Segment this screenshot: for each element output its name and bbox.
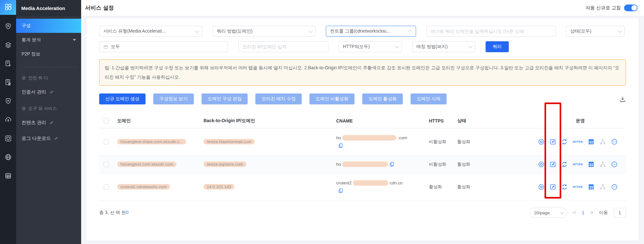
next-page-button[interactable]: > — [590, 210, 593, 216]
download-list-button[interactable] — [619, 96, 626, 102]
select-all-checkbox[interactable] — [104, 118, 109, 123]
row-more-button[interactable] — [611, 184, 618, 190]
prev-page-button[interactable]: < — [573, 210, 576, 216]
edit-domain-config-button[interactable]: 도메인 구성 편집 — [202, 93, 248, 104]
control-group-select[interactable]: 컨트롤 그룹(cdnetworksclou... — [326, 26, 416, 37]
auto-refresh-label: 자동 신규로 고침 — [585, 5, 621, 11]
row-edit-button[interactable] — [550, 184, 556, 190]
rail-item-cloud-upload[interactable] — [0, 113, 16, 128]
row-https-button[interactable]: HTTPS — [573, 185, 583, 189]
row-sync-button[interactable] — [561, 139, 568, 145]
rail-item-security[interactable] — [0, 19, 16, 34]
goto-page-input[interactable] — [614, 208, 626, 218]
sidebar-item-certificate-management[interactable]: 인증서 관리 — [16, 84, 81, 100]
page-size-select[interactable]: 20/page — [529, 208, 567, 218]
row-edit-button[interactable] — [550, 139, 556, 145]
date-range-select[interactable]: 모두 — [99, 41, 228, 52]
origin-ip-input[interactable] — [238, 41, 328, 52]
enable-domain-button[interactable]: 도메인 활성화 — [362, 93, 403, 104]
rail-item-log-export[interactable] — [0, 57, 16, 72]
row-config-grid-button[interactable] — [588, 161, 594, 168]
row-https-button[interactable]: HTTPS — [573, 163, 583, 166]
col-domain: 도메인 — [117, 118, 204, 124]
current-page[interactable]: 1 — [582, 210, 584, 215]
chevron-down-icon — [560, 210, 564, 214]
query-button[interactable]: 쿼리 — [486, 41, 509, 52]
create-domain-button[interactable]: 신규 도메인 생성 — [99, 93, 146, 104]
chevron-down-icon — [73, 39, 76, 41]
auto-refresh-toggle[interactable] — [624, 5, 638, 11]
origin-cell-redacted: resize.eqistore.com — [204, 161, 246, 167]
toggle-knob — [631, 5, 637, 11]
sidebar-item-label: 컨텐츠 관리 — [22, 120, 46, 126]
chevron-down-icon — [395, 44, 399, 48]
rail-item-media-acceleration[interactable] — [0, 0, 16, 15]
row-more-button[interactable] — [611, 161, 618, 168]
cname-cell: ho — [336, 161, 429, 167]
copy-cname-button[interactable] — [338, 143, 344, 148]
select-value: 쿼리 방법(도메인) — [217, 28, 252, 34]
sidebar-section-security: 안전 하 다 — [16, 72, 81, 84]
chevron-down-icon — [195, 29, 199, 33]
sidebar-item-configuration[interactable]: 구성 — [16, 19, 81, 33]
chevron-down-icon — [468, 44, 472, 48]
view-config-button[interactable]: 구성정보 보기 — [153, 93, 194, 104]
row-more-button[interactable] — [611, 139, 618, 145]
match-method-select[interactable]: 매칭 방법(퍼지) — [412, 41, 475, 52]
row-config-grid-button[interactable] — [588, 184, 594, 190]
copy-cname-button[interactable] — [389, 161, 395, 167]
row-config-grid-button[interactable] — [588, 139, 594, 145]
row-view-button[interactable] — [538, 161, 545, 168]
dashboard-grid-icon — [5, 3, 12, 12]
https-select[interactable]: HTTPS(모두) — [339, 41, 402, 52]
selection-summary: 총 3, 선 택 된0 — [99, 210, 128, 216]
rail-item-certificate[interactable] — [0, 75, 16, 90]
rail-item-dns[interactable] — [0, 150, 16, 165]
rail-item-calculator[interactable] — [0, 169, 16, 184]
cube-icon — [22, 76, 26, 80]
row-sync-button[interactable] — [561, 161, 568, 168]
disable-domain-button[interactable]: 도메인 비활성화 — [309, 93, 355, 104]
col-origin: Back-to-Origin IP/도메인 — [204, 118, 336, 124]
domain-cell-redacted: crutest2.cdnetworks.com — [117, 184, 170, 190]
cname-redaction — [342, 161, 388, 167]
row-sitemap-button[interactable] — [600, 161, 606, 168]
table-row: hosangtest.com.wtxcdn.com resize.eqistor… — [99, 155, 626, 173]
table-row: hosangtest-share.com.wtxcdn.c... resize.… — [99, 128, 626, 155]
query-method-select[interactable]: 쿼리 방법(도메인) — [213, 26, 316, 37]
shield-box-icon — [5, 135, 12, 143]
row-sitemap-button[interactable] — [600, 139, 606, 145]
sidebar-item-statistics[interactable]: 통계 분석 — [16, 33, 81, 47]
sidebar-item-content-management[interactable]: 컨텐츠 관리 — [16, 115, 81, 131]
sidebar-item-log-download[interactable]: 로그 다운로드 — [16, 131, 81, 146]
row-checkbox[interactable] — [104, 162, 109, 167]
query-domain-input[interactable] — [426, 26, 556, 37]
external-link-icon — [54, 136, 59, 141]
service-type-select[interactable]: 서비스 유형(Media Accelerati... — [99, 26, 202, 37]
row-sync-button[interactable] — [561, 184, 568, 190]
sidebar-item-p2p-info[interactable]: P2P 정보 — [16, 47, 81, 61]
col-cname: CNAME — [336, 118, 429, 123]
modify-origin-batch-button[interactable]: 오리진 배치 수정 — [255, 93, 302, 104]
rail-item-shield-list[interactable] — [0, 94, 16, 109]
row-sitemap-button[interactable] — [600, 184, 606, 190]
row-https-button[interactable]: HTTPS — [573, 140, 583, 143]
rail-item-shield-box[interactable] — [0, 132, 16, 146]
copy-cname-button[interactable] — [338, 188, 344, 193]
row-view-button[interactable] — [538, 139, 545, 145]
origin-cell-redacted: resize.hiaonionmail.com — [204, 139, 255, 144]
row-edit-button[interactable] — [550, 161, 556, 168]
https-cell: 비활성화 — [429, 139, 457, 145]
row-checkbox[interactable] — [104, 184, 109, 190]
cloud-upload-icon — [5, 116, 12, 124]
rail-item-layers[interactable] — [0, 38, 16, 53]
table-footer: 총 3, 선 택 된0 20/page < 1 > 이동 — [99, 208, 626, 218]
filter-row-1: 서비스 유형(Media Accelerati... 쿼리 방법(도메인) 컨트… — [99, 26, 626, 37]
delete-domain-button[interactable]: 도메인 삭제 — [411, 93, 447, 104]
row-checkbox[interactable] — [104, 139, 109, 144]
status-select[interactable]: 상태(모두) — [566, 26, 625, 37]
table-header-row: 도메인 Back-to-Origin IP/도메인 CNAME HTTPS 상태… — [99, 113, 626, 128]
row-view-button[interactable] — [538, 184, 545, 190]
status-cell: 활성화 — [457, 184, 511, 190]
filter-row-2: 모두 HTTPS(모두) 매칭 방법(퍼지) 쿼리 — [99, 41, 626, 52]
